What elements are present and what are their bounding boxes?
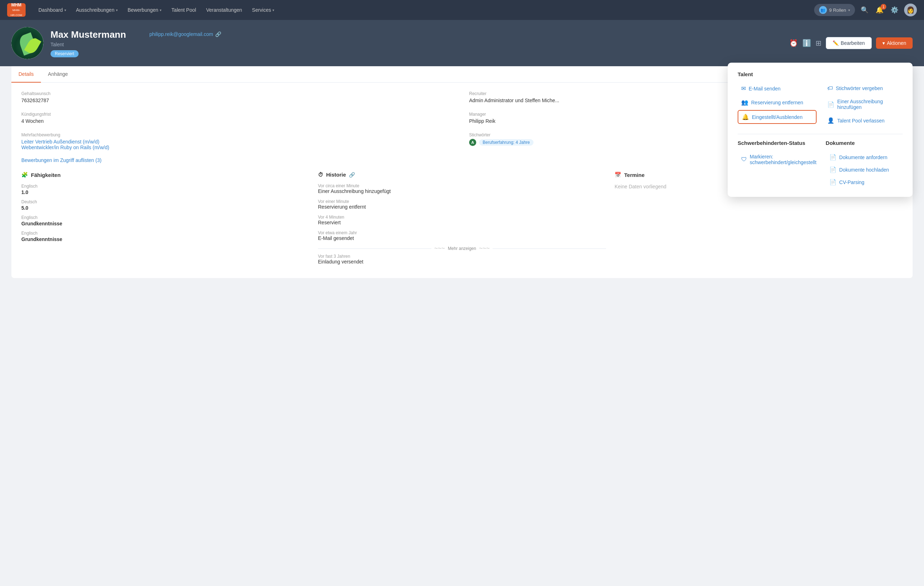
user-avatar[interactable]: 👩	[904, 3, 917, 17]
dropdown-email-label: E-Mail senden	[749, 86, 780, 91]
dropdown-schwerbehinderten-title: Schwerbehinderten-Status	[738, 140, 820, 146]
mehrfachbewerbung-link1[interactable]: Leiter Vertrieb Außendienst (m/w/d)	[21, 139, 455, 144]
roles-button[interactable]: 👥 9 Rollen ▾	[814, 4, 855, 16]
cv-icon: 📄	[829, 179, 837, 185]
history-text-0: Einer Ausschreibung hinzugefügt	[318, 188, 606, 194]
roles-chevron: ▾	[848, 8, 850, 12]
doc-upload-icon: 📄	[829, 166, 837, 173]
skill-label-0: Englisch	[21, 184, 309, 189]
nav-ausschreibungen[interactable]: Ausschreibungen ▾	[72, 4, 122, 16]
dropdown-schwerbehinderten-col: Schwerbehinderten-Status 🛡 Markieren: sc…	[738, 140, 820, 188]
notification-badge: 1	[881, 4, 886, 10]
doc-request-icon: 📄	[829, 154, 837, 161]
users-icon: 👥	[741, 99, 748, 106]
nav-services-label: Services	[252, 7, 271, 13]
termine-title-text: Termine	[624, 172, 644, 178]
dropdown-reservierung-entfernen[interactable]: 👥 Reservierung entfernen	[738, 96, 817, 109]
info-icon[interactable]: ℹ️	[802, 39, 811, 47]
dropdown-dokumente-title: Dokumente	[826, 140, 903, 146]
logo[interactable]: MHMMHM-HR.COM	[7, 3, 26, 17]
dropdown-cv-parsing[interactable]: 📄 CV-Parsing	[826, 176, 903, 188]
navbar: MHMMHM-HR.COM Dashboard ▾ Ausschreibunge…	[0, 0, 924, 20]
dropdown-markieren[interactable]: 🛡 Markieren: schwerbehindert/gleichgeste…	[738, 151, 820, 168]
clock-icon[interactable]: ⏰	[789, 39, 798, 47]
mehr-anzeigen-divider: 〜〜〜 Mehr anzeigen 〜〜〜	[318, 246, 606, 251]
faehigkeiten-title: 🧩 Fähigkeiten	[21, 172, 309, 178]
nav-talent-pool-label: Talent Pool	[172, 7, 196, 13]
tab-anhaenge[interactable]: Anhänge	[41, 66, 75, 83]
bell-icon: 🔔	[742, 114, 749, 120]
bearbeiten-button[interactable]: ✏️ Bearbeiten	[826, 37, 872, 49]
gehaltswunsch-label: Gehaltswunsch	[21, 91, 455, 96]
bearbeiten-label: Bearbeiten	[841, 40, 865, 46]
dropdown-stichwoerter[interactable]: 🏷 Stichwörter vergeben	[824, 82, 903, 94]
nav-items: Dashboard ▾ Ausschreibungen ▾ Bewerbunge…	[34, 4, 814, 16]
historie-title-text: Historie	[326, 172, 346, 178]
nav-services-chevron: ▾	[272, 8, 274, 12]
profile-header: Max Mustermann Talent Reserviert philipp…	[0, 20, 924, 66]
logo-text: MHMMHM-HR.COM	[7, 3, 26, 17]
dropdown-email-senden[interactable]: ✉ E-Mail senden	[738, 82, 817, 95]
history-time-2: Vor 4 Minuten	[318, 215, 606, 220]
squiggle-left: 〜〜〜	[434, 246, 445, 251]
kuendigungsfrist-value: 4 Wochen	[21, 118, 455, 124]
skill-value-2: Grundkenntnisse	[21, 221, 309, 227]
grid-icon[interactable]: ⊞	[815, 39, 822, 47]
history-time-after-0: Vor fast 3 Jahren	[318, 254, 606, 259]
dropdown-eingestellt-ausblenden[interactable]: 🔔 Eingestellt/Ausblenden	[738, 110, 817, 124]
history-text-2: Reserviert	[318, 220, 606, 225]
skill-label-2: Englisch	[21, 215, 309, 220]
detail-gehaltswunsch: Gehaltswunsch 7632632787	[21, 91, 455, 103]
history-time-1: Vor einer Minute	[318, 199, 606, 204]
nav-dashboard-label: Dashboard	[38, 7, 63, 13]
stichwort-tag: Berufserfahrung: 4 Jahre	[479, 139, 533, 146]
logo-subtext: MHM-HR.COM	[11, 8, 22, 17]
reserved-badge: Reserviert	[51, 50, 79, 57]
historie-title: ⏱ Historie 🔗	[318, 172, 606, 178]
tag-icon: 🏷	[827, 85, 833, 91]
history-icon: ⏱	[318, 172, 323, 178]
tab-details[interactable]: Details	[12, 66, 41, 83]
settings-button[interactable]: ⚙️	[889, 5, 900, 15]
skill-value-0: 1.0	[21, 189, 309, 195]
history-text-3: E-Mail gesendet	[318, 235, 606, 241]
dropdown-cv-label: CV-Parsing	[839, 179, 865, 185]
history-item-after-0: Vor fast 3 Jahren Einladung versendet	[318, 254, 606, 265]
profile-actions: ⏰ ℹ️ ⊞ ✏️ Bearbeiten ▾ Aktionen	[789, 37, 912, 49]
dropdown-ausschreibung-hinzufuegen[interactable]: 📄 Einer Ausschreibung hinzufügen	[824, 96, 903, 113]
nav-services[interactable]: Services ▾	[248, 4, 279, 16]
nav-dashboard[interactable]: Dashboard ▾	[34, 4, 71, 16]
aktionen-button[interactable]: ▾ Aktionen	[876, 37, 912, 49]
history-link-icon: 🔗	[349, 172, 355, 178]
skill-value-3: Grundkenntnisse	[21, 237, 309, 242]
history-item-3: Vor etwa einem Jahr E-Mail gesendet	[318, 230, 606, 241]
dropdown-sub-grid: Schwerbehinderten-Status 🛡 Markieren: sc…	[738, 140, 903, 188]
kuendigungsfrist-label: Kündigungsfrist	[21, 112, 455, 117]
nav-veranstaltungen-label: Veranstaltungen	[206, 7, 242, 13]
dropdown-talent-pool-verlassen[interactable]: 👤 Talent Pool verlassen	[824, 114, 903, 127]
history-time-3: Vor etwa einem Jahr	[318, 230, 606, 235]
mehr-anzeigen-button[interactable]: Mehr anzeigen	[448, 246, 476, 251]
roles-icon: 👥	[819, 6, 827, 14]
mehrfachbewerbung-link2[interactable]: Webentwickler/in Ruby on Rails (m/w/d)	[21, 144, 455, 150]
email-link-icon[interactable]: 🔗	[215, 31, 221, 37]
notifications-button[interactable]: 🔔 1	[874, 5, 885, 15]
aktionen-dropdown: Talent ✉ E-Mail senden 👥 Reservierung en…	[728, 63, 912, 197]
skill-label-3: Englisch	[21, 231, 309, 236]
dropdown-dokumente-anfordern[interactable]: 📄 Dokumente anfordern	[826, 151, 903, 164]
nav-talent-pool[interactable]: Talent Pool	[167, 4, 200, 16]
dropdown-dokumente-hochladen[interactable]: 📄 Dokumente hochladen	[826, 164, 903, 176]
detail-mehrfachbewerbung: Mehrfachbewerbung Leiter Vertrieb Außend…	[21, 132, 455, 150]
faehigkeiten-icon: 🧩	[21, 172, 28, 178]
nav-bewerbungen[interactable]: Bewerbungen ▾	[124, 4, 166, 16]
nav-ausschreibungen-label: Ausschreibungen	[76, 7, 114, 13]
profile-email-text: philipp.reik@googlemail.com	[149, 31, 213, 37]
profile-email: philipp.reik@googlemail.com 🔗	[149, 31, 221, 37]
aktionen-chevron-icon: ▾	[883, 40, 885, 46]
history-item-2: Vor 4 Minuten Reserviert	[318, 215, 606, 225]
dropdown-ausschreibung-label: Einer Ausschreibung hinzufügen	[837, 99, 899, 110]
nav-veranstaltungen[interactable]: Veranstaltungen	[202, 4, 246, 16]
profile-avatar-inner	[12, 27, 43, 59]
gehaltswunsch-value: 7632632787	[21, 98, 455, 103]
search-button[interactable]: 🔍	[859, 5, 870, 15]
